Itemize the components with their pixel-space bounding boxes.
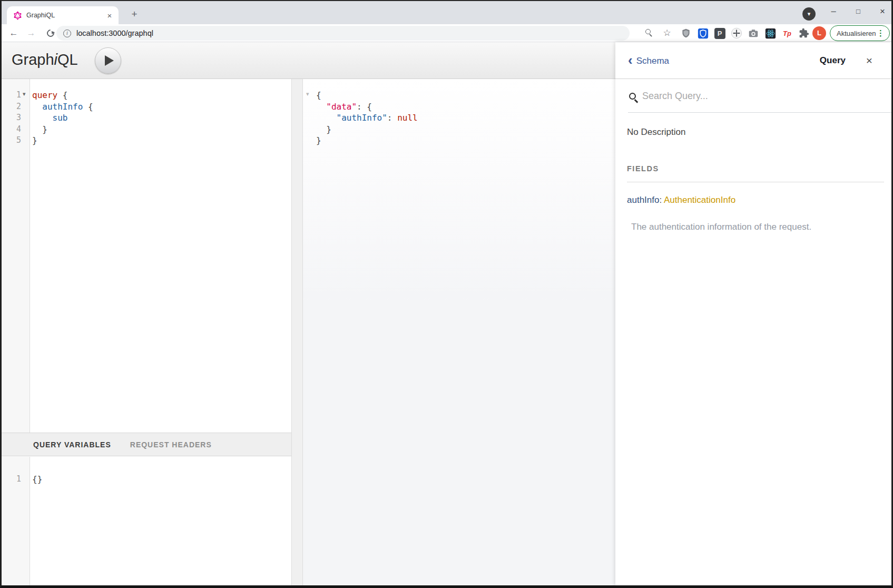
code-line[interactable]: {}	[32, 474, 291, 485]
nav-forward-icon[interactable]: →	[24, 24, 38, 42]
window-close-icon[interactable]: ×	[874, 4, 891, 19]
query-code[interactable]: query { authInfo { sub }}	[32, 90, 291, 146]
doc-search-row	[615, 79, 893, 113]
variables-code[interactable]: {}	[32, 474, 291, 485]
extension-tampermonkey-icon[interactable]: Tp	[781, 27, 793, 40]
variables-tab-bar: QUERY VARIABLESREQUEST HEADERS	[0, 433, 291, 456]
doc-close-icon[interactable]: ×	[846, 54, 893, 67]
field-name-link[interactable]: authInfo	[627, 195, 659, 205]
profile-avatar[interactable]: L	[812, 26, 826, 40]
line-number: 2	[0, 101, 21, 113]
graphiql-logo: GraphiQL	[12, 51, 78, 68]
type-name-link[interactable]: AuthenticationInfo	[664, 195, 735, 205]
chevron-left-icon: ‹	[628, 52, 633, 68]
code-line[interactable]: sub	[32, 112, 291, 124]
nav-reload-icon[interactable]	[45, 28, 56, 38]
code-line[interactable]: }	[32, 124, 291, 135]
address-bar[interactable]: i localhost:3000/graphql	[56, 26, 630, 41]
variables-line-numbers: 1	[0, 457, 21, 485]
code-line[interactable]: authInfo {	[32, 101, 291, 113]
code-line[interactable]: {	[316, 90, 615, 101]
extension-camera-icon[interactable]	[747, 27, 760, 40]
code-line[interactable]: }	[32, 135, 291, 146]
variables-editor-gutter: 1	[0, 457, 30, 585]
extensions-puzzle-icon[interactable]	[798, 27, 810, 40]
browser-update-button[interactable]: Aktualisieren ⋮	[830, 25, 890, 41]
extension-move-circle-icon[interactable]	[730, 27, 743, 40]
execute-query-button[interactable]	[95, 47, 121, 74]
search-icon	[629, 93, 636, 100]
pane-resize-handle[interactable]	[291, 79, 303, 585]
bookmark-star-icon[interactable]: ☆	[660, 24, 674, 42]
result-code: { "data": { "authInfo": null }}	[316, 90, 615, 146]
extensions-row: P Tp	[680, 27, 810, 40]
line-number: 4	[0, 124, 21, 135]
extension-react-devtools-icon[interactable]	[764, 27, 777, 40]
browser-menu-kebab-icon[interactable]: ⋮	[877, 28, 885, 38]
window-maximize-icon[interactable]: □	[849, 4, 867, 19]
extension-bitwarden-icon[interactable]	[696, 27, 709, 40]
line-number: 1	[0, 90, 21, 101]
site-info-icon[interactable]: i	[63, 30, 71, 37]
browser-titlebar: GraphiQL × + ▾ ─ □ ×	[0, 0, 893, 24]
doc-search-input[interactable]	[642, 91, 853, 102]
doc-field-row: authInfo: AuthenticationInfo	[627, 195, 735, 205]
graphiql-topbar: GraphiQL PrettifyMergeCopyHistoryShare	[0, 42, 615, 79]
doc-explorer-panel: ‹Schema Query × No Description FIELDS au…	[615, 42, 893, 585]
window-minimize-icon[interactable]: ─	[825, 4, 842, 19]
fold-arrow-icon[interactable]: ▾	[23, 91, 26, 97]
tab-request-headers[interactable]: REQUEST HEADERS	[130, 440, 212, 449]
code-line[interactable]: }	[316, 124, 615, 135]
result-viewer[interactable]: { "data": { "authInfo": null }}	[303, 79, 615, 585]
graphql-favicon-icon	[13, 11, 22, 20]
doc-no-description: No Description	[627, 127, 686, 138]
zoom-page-icon[interactable]	[645, 29, 651, 34]
code-line[interactable]: }	[316, 135, 615, 146]
query-editor[interactable]: 12345 query { authInfo { sub }}	[0, 79, 291, 433]
url-text[interactable]: localhost:3000/graphql	[76, 29, 153, 37]
line-number: 5	[0, 135, 21, 146]
browser-navbar: ← → i localhost:3000/graphql ☆ P Tp	[0, 24, 893, 42]
tab-title: GraphiQL	[26, 12, 105, 19]
update-label: Aktualisieren	[837, 30, 877, 37]
download-status-icon[interactable]: ▾	[802, 7, 816, 21]
nav-back-icon[interactable]: ←	[6, 24, 21, 42]
play-icon	[105, 55, 114, 66]
variables-editor[interactable]: 1 {}	[0, 457, 291, 585]
doc-back-link[interactable]: ‹Schema	[628, 52, 820, 68]
divider	[627, 182, 884, 182]
new-tab-icon[interactable]: +	[127, 8, 141, 20]
code-line[interactable]: "authInfo": null	[316, 112, 615, 124]
code-line[interactable]: "data": {	[316, 101, 615, 113]
code-line[interactable]: query {	[32, 90, 291, 101]
tab-query-variables[interactable]: QUERY VARIABLES	[33, 440, 111, 449]
query-editor-gutter: 12345	[0, 79, 30, 433]
browser-tab[interactable]: GraphiQL ×	[7, 6, 119, 24]
query-line-numbers: 12345	[0, 79, 21, 146]
doc-title: Query	[820, 55, 846, 66]
line-number: 3	[0, 112, 21, 124]
result-fold-arrow-icon[interactable]: ▾	[306, 91, 309, 97]
line-number: 1	[0, 474, 21, 485]
extension-p-icon[interactable]: P	[713, 27, 726, 40]
doc-explorer-header: ‹Schema Query ×	[615, 42, 893, 79]
tab-close-icon[interactable]: ×	[105, 11, 114, 20]
doc-fields-heading: FIELDS	[627, 164, 659, 173]
extension-ublock-icon[interactable]	[680, 27, 692, 40]
field-description: The authentication information of the re…	[631, 222, 811, 232]
